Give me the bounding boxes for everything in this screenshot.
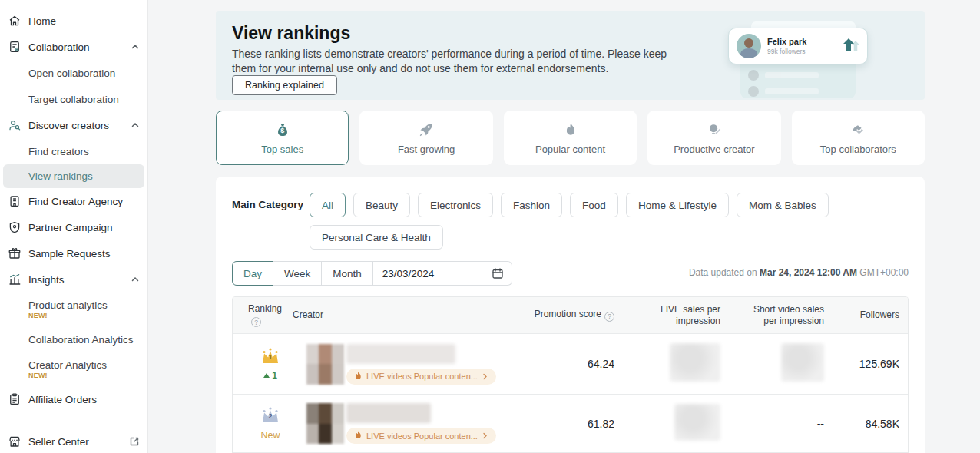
badge-label: LIVE videos Popular conten... bbox=[366, 372, 478, 381]
gift-icon bbox=[8, 246, 22, 260]
sidebar-item-label: Find creators bbox=[28, 146, 140, 157]
external-link-icon bbox=[129, 436, 140, 447]
live-videos-badge[interactable]: LIVE videos Popular conten... bbox=[346, 428, 496, 444]
sidebar-item-label: Home bbox=[28, 15, 140, 27]
sidebar-item-view-rankings[interactable]: View rankings bbox=[3, 164, 144, 188]
sidebar-item-label: Insights bbox=[28, 274, 131, 286]
period-day-button[interactable]: Day bbox=[232, 261, 273, 286]
lightbulb-pencil-icon bbox=[706, 121, 723, 138]
category-chip-personal-care-health[interactable]: Personal Care & Health bbox=[310, 225, 443, 250]
period-month-button[interactable]: Month bbox=[322, 261, 373, 286]
sidebar-item-find-creator-agency[interactable]: Find Creator Agency bbox=[0, 188, 147, 214]
up-arrow-icon bbox=[839, 36, 859, 56]
table-header-row: Ranking? Creator Promotion score? LIVE s… bbox=[233, 297, 908, 333]
live-videos-badge[interactable]: LIVE videos Popular conten... bbox=[346, 369, 496, 385]
clipboard-icon bbox=[8, 392, 22, 406]
table-row[interactable]: 1 1 bbox=[233, 333, 908, 394]
sidebar-item-collaboration-analytics[interactable]: Collaboration Analytics bbox=[0, 326, 147, 352]
flame-icon bbox=[354, 372, 363, 382]
rocket-icon bbox=[418, 121, 435, 138]
sidebar-item-find-creators[interactable]: Find creators bbox=[0, 138, 147, 164]
main-category-label: Main Category bbox=[232, 193, 310, 250]
chevron-up-icon[interactable] bbox=[131, 121, 140, 130]
tab-top-collaborators[interactable]: Top collaborators bbox=[792, 111, 925, 165]
sidebar-item-insights[interactable]: Insights bbox=[0, 266, 147, 293]
avatar bbox=[748, 70, 759, 81]
money-bag-icon: $ bbox=[274, 121, 291, 138]
illustration-list-card bbox=[740, 64, 856, 98]
store-icon bbox=[8, 435, 22, 448]
banner-description: These ranking lists demonstrate creators… bbox=[232, 47, 693, 75]
sidebar-item-collaboration[interactable]: Collaboration bbox=[0, 34, 147, 60]
collaboration-icon bbox=[8, 40, 22, 54]
chevron-right-icon bbox=[482, 373, 488, 380]
sidebar-item-affiliate-orders[interactable]: Affiliate Orders bbox=[0, 386, 147, 412]
sidebar-item-label: Target collaboration bbox=[28, 94, 140, 105]
sidebar-item-label: Find Creator Agency bbox=[28, 196, 140, 207]
ranking-illustration: Felix park 99k followers bbox=[723, 17, 885, 98]
ranking-explained-button[interactable]: Ranking explained bbox=[232, 75, 337, 95]
period-segmented-control: Day Week Month bbox=[232, 261, 373, 286]
sidebar-item-product-analytics[interactable]: Product analytics NEW! bbox=[0, 293, 147, 326]
category-chip-home-lifestyle[interactable]: Home & Lifestyle bbox=[626, 193, 729, 217]
tab-top-sales[interactable]: $ Top sales bbox=[216, 111, 349, 165]
illustration-creator-followers: 99k followers bbox=[767, 48, 839, 55]
updated-time: Mar 24, 2024 12:00 AM bbox=[760, 267, 857, 278]
chevron-up-icon[interactable] bbox=[131, 42, 140, 51]
sidebar-item-discover-creators[interactable]: Discover creators bbox=[0, 112, 147, 138]
category-chip-all[interactable]: All bbox=[310, 193, 346, 217]
view-rankings-banner: View rankings These ranking lists demons… bbox=[216, 11, 925, 100]
up-triangle-icon bbox=[263, 373, 270, 378]
sidebar-item-label: Collaboration bbox=[28, 41, 131, 53]
header-ranking: Ranking? bbox=[233, 303, 293, 328]
tab-productive-creator[interactable]: Productive creator bbox=[647, 111, 780, 165]
date-picker[interactable]: 23/03/2024 bbox=[373, 261, 512, 286]
tab-label: Productive creator bbox=[674, 144, 755, 155]
page-title: View rankings bbox=[232, 23, 350, 44]
sidebar-item-home[interactable]: Home bbox=[0, 8, 147, 34]
sidebar-item-target-collaboration[interactable]: Target collaboration bbox=[0, 86, 147, 112]
help-icon[interactable]: ? bbox=[251, 317, 261, 327]
sidebar-divider bbox=[11, 422, 137, 422]
tab-popular-content[interactable]: Popular content bbox=[504, 111, 637, 165]
rank-change-up: 1 bbox=[263, 370, 277, 381]
header-creator: Creator bbox=[293, 309, 532, 321]
sidebar-item-sample-requests[interactable]: Sample Requests bbox=[0, 240, 147, 266]
rankings-panel: Main Category All Beauty Electronics Fas… bbox=[216, 177, 925, 453]
discover-creators-icon bbox=[8, 118, 22, 132]
category-chip-mom-babies[interactable]: Mom & Babies bbox=[737, 193, 829, 217]
sidebar-item-creator-analytics[interactable]: Creator Analytics NEW! bbox=[0, 352, 147, 386]
illustration-creator-name: Felix park bbox=[767, 37, 839, 46]
category-chip-food[interactable]: Food bbox=[570, 193, 618, 217]
insights-chart-icon bbox=[8, 273, 22, 286]
header-promotion-score: Promotion score? bbox=[532, 309, 636, 322]
followers-cell: 84.58K bbox=[839, 418, 907, 430]
sidebar-item-partner-campaign[interactable]: Partner Campaign bbox=[0, 214, 147, 240]
promotion-score-cell: 64.24 bbox=[532, 358, 636, 370]
calendar-icon bbox=[492, 267, 504, 279]
blurred-value bbox=[781, 343, 824, 382]
category-chip-fashion[interactable]: Fashion bbox=[501, 193, 562, 217]
chevron-up-icon[interactable] bbox=[131, 275, 140, 284]
blurred-value bbox=[674, 404, 720, 441]
sidebar-item-open-collaboration[interactable]: Open collaboration bbox=[0, 60, 147, 86]
sidebar-item-seller-center[interactable]: Seller Center bbox=[0, 428, 147, 453]
rankings-table: Ranking? Creator Promotion score? LIVE s… bbox=[232, 296, 909, 453]
flame-icon bbox=[562, 121, 579, 138]
rank-number: 2 bbox=[259, 412, 282, 420]
category-chip-electronics[interactable]: Electronics bbox=[418, 193, 493, 217]
avatar bbox=[748, 86, 759, 97]
tab-label: Top collaborators bbox=[820, 144, 896, 155]
header-live-sales: LIVE sales per impression bbox=[636, 304, 740, 327]
tab-fast-growing[interactable]: Fast growing bbox=[359, 111, 492, 165]
data-updated-text: Data updated on Mar 24, 2024 12:00 AM GM… bbox=[689, 267, 909, 278]
table-row[interactable]: 2 New bbox=[233, 394, 908, 452]
period-week-button[interactable]: Week bbox=[273, 261, 322, 286]
header-followers: Followers bbox=[839, 309, 907, 321]
short-video-sales-cell: -- bbox=[740, 418, 839, 430]
category-chip-beauty[interactable]: Beauty bbox=[353, 193, 410, 217]
live-sales-cell bbox=[636, 404, 740, 444]
home-icon bbox=[8, 14, 22, 28]
help-icon[interactable]: ? bbox=[604, 312, 614, 322]
blurred-avatar bbox=[306, 403, 344, 444]
